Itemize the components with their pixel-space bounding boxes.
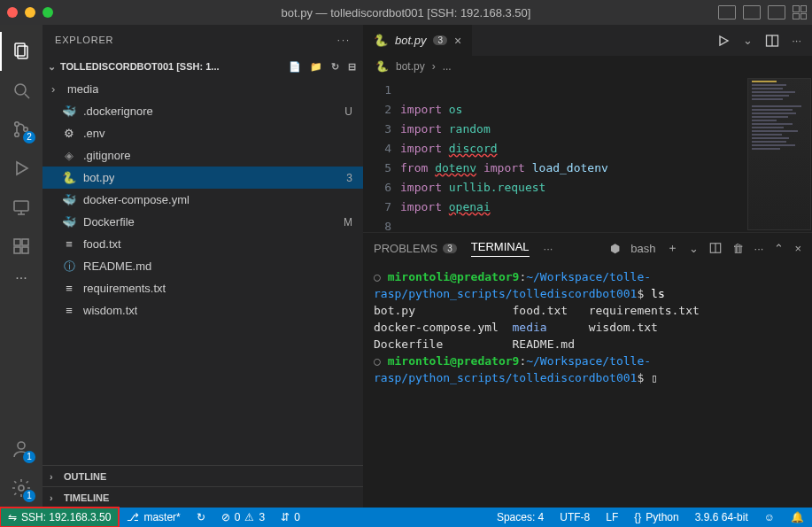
tree-item-folder[interactable]: ›media [43,78,363,100]
chevron-down-icon: ⌄ [48,61,57,73]
warning-icon: ⚠ [244,511,254,523]
maximize-panel-icon[interactable]: ⌃ [774,242,784,255]
docker-icon: 🐳 [62,105,76,118]
git-sync[interactable]: ↻ [189,508,213,527]
close-icon[interactable]: × [454,34,461,48]
svg-line-3 [25,94,29,98]
more-icon[interactable]: ··· [0,266,43,291]
svg-point-15 [18,442,25,449]
terminal-cursor: ▯ [651,371,658,384]
tab-botpy[interactable]: 🐍 bot.py 3 × [363,25,473,56]
line-gutter: 12345678 [363,77,400,232]
terminal-label: TERMINAL [471,240,530,253]
zoom-window-button[interactable] [43,7,53,18]
shell-icon: ⬢ [610,242,620,255]
panel-more2-icon[interactable]: ··· [754,242,764,255]
close-window-button[interactable] [7,7,18,18]
error-count: 0 [235,511,241,523]
breadcrumb-more: ... [443,60,452,73]
settings-badge: 1 [23,490,35,502]
language-name: Python [646,511,678,523]
feedback-icon[interactable]: ☺ [756,511,783,523]
terminal-line: bot.py food.txt requirements.txt [374,304,700,317]
tree-item-file[interactable]: ≡requirements.txt [43,277,363,299]
indent-status[interactable]: Spaces: 4 [489,511,552,523]
refresh-icon[interactable]: ↻ [331,61,339,73]
tree-item-file-selected[interactable]: 🐍bot.py3 [43,167,363,189]
status-bar: ⇋ SSH: 192.168.3.50 ⎇ master* ↻ ⊘0 ⚠3 ⇵0… [0,508,812,527]
run-debug-icon[interactable] [0,149,43,188]
title-layout-controls [718,5,807,19]
new-folder-icon[interactable]: 📁 [310,61,322,73]
explorer-icon[interactable] [0,32,43,71]
tree-item-file[interactable]: ⚙.env [43,122,363,144]
docker-icon: 🐳 [62,193,76,206]
new-file-icon[interactable]: 📄 [289,61,301,73]
layout-bottom-icon[interactable] [743,5,761,19]
split-terminal-icon[interactable] [709,242,722,254]
more-icon[interactable]: ··· [792,34,801,47]
remote-icon: ⇋ [8,511,17,523]
accounts-icon[interactable]: 1 [0,430,43,469]
problems-tab[interactable]: PROBLEMS 3 [374,242,457,255]
problems-status[interactable]: ⊘0 ⚠3 [213,508,273,527]
explorer-title: EXPLORER [55,35,113,45]
tree-item-file[interactable]: ◈.gitignore [43,144,363,167]
breadcrumb[interactable]: 🐍 bot.py › ... [363,56,812,77]
layout-right-icon[interactable] [768,5,785,19]
info-icon: ⓘ [62,259,76,275]
python-version[interactable]: 3.9.6 64-bit [687,511,756,523]
remote-explorer-icon[interactable] [0,188,43,227]
collapse-icon[interactable]: ⊟ [348,61,356,73]
encoding-status[interactable]: UTF-8 [552,511,598,523]
tree-item-file[interactable]: 🐳.dockerignoreU [43,100,363,122]
tree-item-file[interactable]: ⓘREADME.md [43,255,363,277]
editor-area: 🐍 bot.py 3 × ⌄ ··· 🐍 bot.py › ... 123456… [363,25,812,508]
close-panel-icon[interactable]: × [794,242,801,255]
settings-gear-icon[interactable]: 1 [0,469,43,508]
chevron-down-icon[interactable]: ⌄ [689,242,699,255]
layout-left-icon[interactable] [718,5,736,19]
braces-icon: {} [634,511,641,523]
extensions-icon[interactable] [0,227,43,266]
tree-item-file[interactable]: 🐳docker-compose.yml [43,189,363,211]
trash-icon[interactable]: 🗑 [732,242,744,255]
file-tree: ›media 🐳.dockerignoreU ⚙.env ◈.gitignore… [43,78,363,465]
layout-grid-icon[interactable] [793,5,807,19]
language-status[interactable]: {} Python [626,511,686,523]
svg-rect-1 [18,46,27,58]
run-icon[interactable] [716,34,731,48]
outline-section[interactable]: ›OUTLINE [43,465,363,486]
svg-rect-12 [14,247,20,253]
chevron-right-icon: › [50,471,58,482]
chevron-down-icon[interactable]: ⌄ [743,34,753,47]
terminal-line: Dockerfile README.md [374,337,575,351]
panel-more-icon[interactable]: ··· [544,242,553,255]
new-terminal-icon[interactable]: ＋ [667,240,678,256]
explorer-more-icon[interactable]: ··· [337,35,351,45]
sidebar-header: EXPLORER ··· [43,25,363,55]
code-editor[interactable]: 12345678 import os import random import … [363,77,812,232]
shell-name[interactable]: bash [630,242,655,255]
eol-status[interactable]: LF [598,511,626,523]
folder-section-header[interactable]: ⌄ TOLLEDISCORDBOT001 [SSH: 1... 📄 📁 ↻ ⊟ [43,55,363,78]
tree-item-file[interactable]: 🐳DockerfileM [43,211,363,233]
terminal-output[interactable]: ○ mirontoli@predator9:~/Workspace/tolle-… [363,263,812,508]
timeline-section[interactable]: ›TIMELINE [43,486,363,508]
python-icon: 🐍 [375,60,389,73]
traffic-lights [7,7,53,18]
split-editor-icon[interactable] [765,34,779,48]
bell-icon[interactable]: 🔔 [783,511,812,523]
terminal-tab[interactable]: TERMINAL [471,240,530,257]
source-control-icon[interactable]: 2 [0,110,43,149]
tree-item-file[interactable]: ≡food.txt [43,233,363,255]
svg-rect-11 [14,239,20,245]
tree-item-file[interactable]: ≡wisdom.txt [43,299,363,322]
ports-status[interactable]: ⇵0 [273,508,308,527]
accounts-badge: 1 [23,451,35,463]
search-icon[interactable] [0,71,43,110]
remote-indicator[interactable]: ⇋ SSH: 192.168.3.50 [0,508,119,527]
minimize-window-button[interactable] [25,7,35,18]
git-branch[interactable]: ⎇ master* [119,508,188,527]
minimap[interactable] [748,79,810,229]
